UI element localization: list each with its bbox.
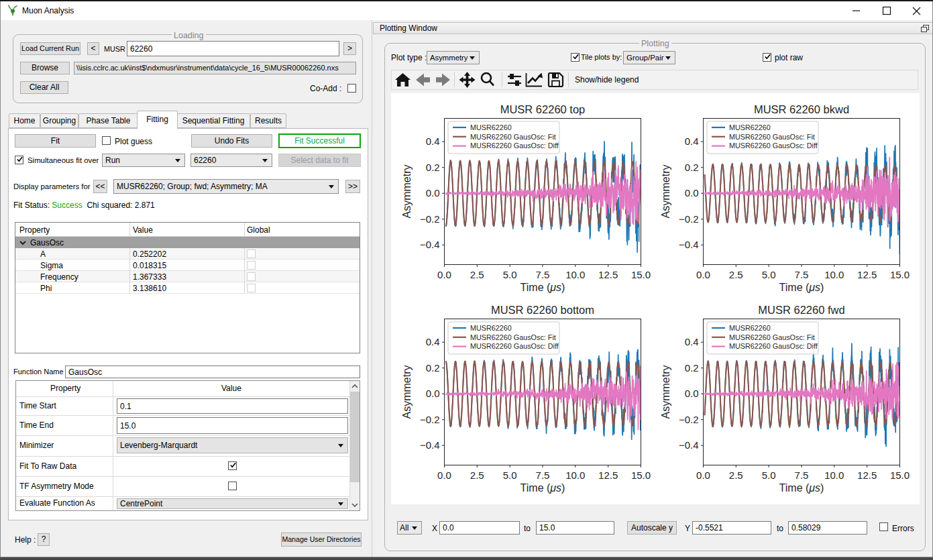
svg-text:MUSR62260 GausOsc: Fit: MUSR62260 GausOsc: Fit — [470, 333, 556, 341]
svg-text:7.5: 7.5 — [536, 269, 550, 280]
svg-text:2.5: 2.5 — [729, 269, 743, 280]
svg-text:2.5: 2.5 — [729, 469, 743, 481]
svg-text:0.2: 0.2 — [685, 162, 699, 173]
svg-text:15.0: 15.0 — [890, 269, 910, 280]
svg-text:MUSR62260 GausOsc: Diff: MUSR62260 GausOsc: Diff — [729, 342, 818, 350]
svg-text:−0.4: −0.4 — [679, 239, 699, 250]
svg-text:MUSR62260 GausOsc: Diff: MUSR62260 GausOsc: Diff — [470, 342, 559, 350]
svg-text:MUSR 62260 fwd: MUSR 62260 fwd — [758, 304, 844, 316]
svg-text:10.0: 10.0 — [824, 469, 844, 481]
svg-text:5.0: 5.0 — [762, 269, 776, 280]
svg-text:7.5: 7.5 — [795, 469, 809, 481]
svg-text:MUSR62260 GausOsc: Diff: MUSR62260 GausOsc: Diff — [470, 142, 559, 150]
svg-text:12.5: 12.5 — [598, 269, 618, 280]
svg-text:MUSR 62260 top: MUSR 62260 top — [500, 103, 586, 115]
svg-text:2.5: 2.5 — [470, 469, 484, 481]
svg-text:0.0: 0.0 — [685, 388, 699, 399]
svg-text:12.5: 12.5 — [598, 469, 618, 481]
svg-text:0.2: 0.2 — [426, 362, 440, 374]
svg-text:5.0: 5.0 — [762, 469, 776, 481]
svg-text:7.5: 7.5 — [536, 469, 550, 481]
svg-text:MUSR 62260 bkwd: MUSR 62260 bkwd — [754, 103, 849, 115]
svg-text:Asymmetry: Asymmetry — [660, 366, 671, 419]
svg-text:10.0: 10.0 — [565, 269, 585, 280]
svg-text:0.4: 0.4 — [685, 135, 699, 147]
svg-text:7.5: 7.5 — [795, 269, 809, 280]
svg-text:0.0: 0.0 — [437, 469, 451, 481]
svg-text:−0.4: −0.4 — [420, 439, 440, 451]
svg-text:2.5: 2.5 — [470, 269, 484, 280]
svg-text:0.4: 0.4 — [426, 135, 440, 147]
svg-text:Time (μs): Time (μs) — [520, 282, 565, 293]
svg-text:0.0: 0.0 — [685, 187, 699, 199]
svg-text:Asymmetry: Asymmetry — [401, 165, 413, 219]
svg-text:−0.2: −0.2 — [420, 414, 440, 425]
svg-text:10.0: 10.0 — [824, 269, 844, 280]
svg-text:MUSR62260 GausOsc: Fit: MUSR62260 GausOsc: Fit — [729, 333, 815, 341]
svg-text:MUSR62260: MUSR62260 — [729, 324, 771, 332]
svg-text:MUSR62260: MUSR62260 — [470, 324, 512, 332]
svg-text:MUSR62260: MUSR62260 — [729, 123, 771, 131]
svg-text:MUSR 62260 bottom: MUSR 62260 bottom — [491, 304, 594, 316]
svg-text:−0.4: −0.4 — [679, 439, 699, 451]
svg-text:12.5: 12.5 — [857, 269, 877, 280]
svg-text:Asymmetry: Asymmetry — [401, 366, 413, 419]
svg-text:MUSR62260 GausOsc: Fit: MUSR62260 GausOsc: Fit — [470, 133, 556, 141]
svg-text:15.0: 15.0 — [631, 269, 651, 280]
svg-text:−0.2: −0.2 — [420, 213, 440, 225]
svg-text:10.0: 10.0 — [565, 469, 585, 481]
svg-text:Time (μs): Time (μs) — [779, 282, 824, 293]
svg-text:−0.2: −0.2 — [679, 414, 699, 425]
svg-text:0.0: 0.0 — [426, 388, 440, 399]
svg-text:0.2: 0.2 — [685, 362, 699, 374]
svg-text:15.0: 15.0 — [631, 469, 651, 481]
svg-text:0.0: 0.0 — [696, 269, 710, 280]
svg-text:−0.2: −0.2 — [679, 213, 699, 225]
svg-text:5.0: 5.0 — [503, 469, 517, 481]
svg-text:15.0: 15.0 — [890, 469, 910, 481]
svg-text:Time (μs): Time (μs) — [520, 482, 565, 494]
svg-text:MUSR62260 GausOsc: Diff: MUSR62260 GausOsc: Diff — [729, 142, 818, 150]
svg-text:0.4: 0.4 — [426, 336, 440, 347]
svg-text:0.0: 0.0 — [426, 187, 440, 199]
svg-text:0.4: 0.4 — [685, 336, 699, 347]
svg-text:0.2: 0.2 — [426, 162, 440, 173]
svg-text:MUSR62260 GausOsc: Fit: MUSR62260 GausOsc: Fit — [729, 133, 815, 141]
svg-text:0.0: 0.0 — [696, 469, 710, 481]
svg-text:−0.4: −0.4 — [420, 239, 440, 250]
svg-text:MUSR62260: MUSR62260 — [470, 123, 512, 131]
svg-text:Asymmetry: Asymmetry — [660, 165, 671, 219]
svg-text:5.0: 5.0 — [503, 269, 517, 280]
svg-text:Time (μs): Time (μs) — [779, 482, 824, 494]
svg-text:0.0: 0.0 — [437, 269, 451, 280]
svg-text:12.5: 12.5 — [857, 469, 877, 481]
